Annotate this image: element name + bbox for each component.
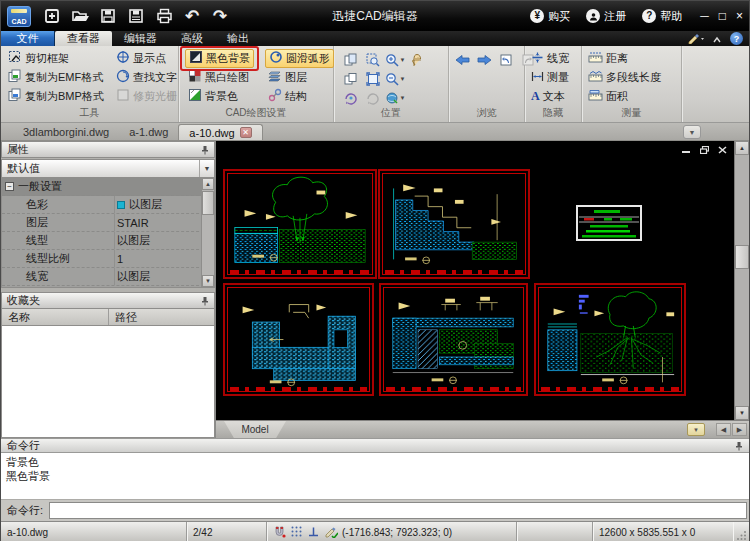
register-button[interactable]: 注册 [580,7,632,26]
pin-icon[interactable] [735,441,743,451]
column-header-name[interactable]: 名称 [2,309,109,325]
layout-dropdown-button[interactable]: ▼ [687,423,705,436]
close-button[interactable]: × [736,10,743,22]
draw-mode-icon[interactable] [324,525,338,540]
ortho-icon[interactable] [307,525,320,540]
previous-view-button[interactable] [451,51,473,69]
back-sheet-button[interactable] [495,51,517,69]
undo-button[interactable]: ↶ [179,4,205,28]
properties-section-row[interactable]: −一般设置 [2,178,214,196]
next-view-button[interactable] [473,51,495,69]
ribbon-item-background-color[interactable]: 背景色 [185,87,254,106]
pin-icon[interactable] [201,296,209,306]
zoom-in-button[interactable]: ▼ [384,51,406,69]
property-row[interactable]: 线型以图层 [2,232,214,250]
scroll-right-icon[interactable]: ▶ [732,423,747,436]
ribbon-item-bw-drawing[interactable]: 黑白绘图 [185,68,254,87]
zoom-out-button[interactable]: ▼ [384,70,406,88]
commandline-header[interactable]: 命令行 [1,438,749,453]
property-row[interactable]: 图层STAIR [2,214,214,232]
property-row[interactable]: 色彩以图层 [2,196,214,214]
ribbon-item-structure[interactable]: 结构 [265,87,334,106]
ribbon-item-copy-emf[interactable]: 复制为EMF格式 [5,68,107,87]
scroll-down-icon[interactable]: ▼ [735,406,749,420]
pen-menu-button[interactable] [688,30,704,48]
ribbon-item-smooth-arc[interactable]: 圆滑弧形 [265,49,334,68]
resize-grip[interactable] [733,522,749,541]
redo-button[interactable]: ↷ [207,4,233,28]
pan-button[interactable] [406,51,428,69]
ribbon-item-layers[interactable]: 图层 [265,68,334,87]
viewport-4[interactable] [379,283,528,396]
ribbon-item-measure-hide[interactable]: 测量 [528,68,572,87]
canvas-vertical-scrollbar[interactable]: ▲ ▼ [734,141,749,420]
file-tab[interactable]: 3dlamborgini.dwg [13,124,119,140]
scroll-thumb[interactable] [735,245,749,269]
tab-advanced[interactable]: 高级 [169,31,215,46]
favorites-header[interactable]: 收藏夹 [1,292,215,309]
doc-restore-icon[interactable] [700,146,709,154]
tab-list-dropdown[interactable]: ▼ [683,125,701,139]
menu-file-button[interactable]: 文件 [1,31,55,46]
minimize-button[interactable]: ─ [700,10,709,22]
scroll-left-icon[interactable]: ◀ [716,423,731,436]
pin-icon[interactable] [201,145,209,155]
rotate-3d-button[interactable] [340,89,362,107]
ribbon-item-copy-bmp[interactable]: 复制为BMP格式 [5,87,107,106]
collapse-icon[interactable]: − [5,182,14,191]
zoom-extents-button[interactable] [362,70,384,88]
scroll-up-icon[interactable]: ▲ [735,141,749,155]
open-file-button[interactable] [67,4,93,28]
named-views-button[interactable]: ▼ [384,89,406,107]
commandline-history[interactable]: 背景色 黑色背景 [1,453,749,499]
help-button[interactable]: ?帮助 [636,7,688,26]
tab-output[interactable]: 输出 [215,31,261,46]
file-tab[interactable]: a-1.dwg [119,124,178,140]
ribbon-item-show-points[interactable]: 显示点 [113,49,180,68]
new-file-button[interactable] [39,4,65,28]
property-row[interactable]: 线型比例1 [2,250,214,268]
save-button[interactable] [95,4,121,28]
ribbon-item-polyline-length[interactable]: 多段线长度 [585,68,664,87]
properties-scrollbar[interactable]: ▲ ▼ [201,178,214,287]
ribbon-item-black-background[interactable]: 黑色背景 [185,49,254,68]
copy-view-button[interactable] [340,70,362,88]
model-tab[interactable]: Model [224,421,286,438]
column-header-path[interactable]: 路径 [109,310,137,325]
viewport-5[interactable] [534,283,686,396]
scroll-thumb[interactable] [202,191,214,215]
ribbon-item-text-hide[interactable]: A文本 [528,87,572,106]
scroll-down-icon[interactable]: ▼ [202,275,214,287]
print-button[interactable] [151,4,177,28]
prev-page-button[interactable] [340,51,362,69]
ribbon-item-distance[interactable]: 距离 [585,49,664,68]
ribbon-item-find-text[interactable]: 查找文字 [113,68,180,87]
viewport-1[interactable] [223,169,377,279]
drawing-canvas[interactable]: ▲ ▼ [216,141,749,420]
tab-viewer[interactable]: 查看器 [55,31,112,46]
doc-minimize-icon[interactable] [682,146,691,154]
file-tab-active[interactable]: a-10.dwg✕ [178,124,262,140]
save-as-button[interactable] [123,4,149,28]
ribbon-item-cut-frame[interactable]: 剪切框架 [5,49,107,68]
favorites-list[interactable] [1,326,215,438]
ribbon-item-lineweight[interactable]: 线宽 [528,49,572,68]
maximize-button[interactable]: □ [719,10,726,22]
doc-close-icon[interactable] [718,146,727,154]
tab-editor[interactable]: 编辑器 [112,31,169,46]
zoom-window-icon[interactable] [362,51,384,69]
quick-help-button[interactable]: ? [730,32,743,45]
preset-select[interactable]: 默认值▼ [1,159,215,178]
buy-button[interactable]: ¥购买 [524,7,576,26]
scroll-up-icon[interactable]: ▲ [202,178,214,190]
viewport-2[interactable] [378,169,530,279]
property-row[interactable]: 线宽以图层 [2,268,214,286]
viewport-3[interactable] [223,283,374,396]
ribbon-item-area[interactable]: 面积 [585,87,664,106]
grid-snap-icon[interactable] [290,525,303,540]
properties-header[interactable]: 属性 [1,141,215,158]
tab-close-icon[interactable]: ✕ [240,127,252,138]
osnap-icon[interactable] [273,525,286,540]
collapse-ribbon-button[interactable] [712,30,722,48]
command-input[interactable] [49,502,747,519]
